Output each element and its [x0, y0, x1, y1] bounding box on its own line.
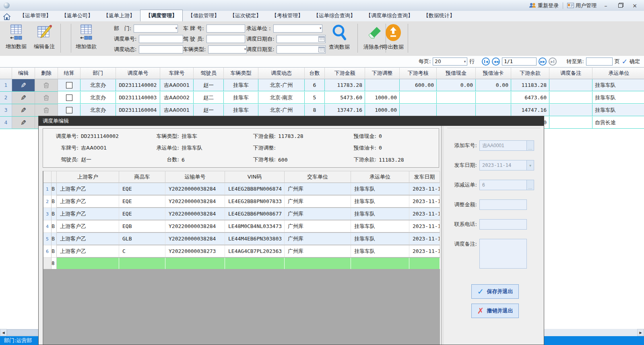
- depart-date-input[interactable]: [479, 160, 527, 170]
- delete-button[interactable]: [35, 92, 58, 104]
- scroll-left-button[interactable]: ◀: [0, 329, 7, 336]
- header-blank: [0, 67, 12, 79]
- minimize-button[interactable]: –: [601, 2, 611, 9]
- table-row: 2 ✎ 北京办 DD2311140003 吉AA0002 赵二 挂靠车 北京-南…: [0, 92, 644, 104]
- add-vehicle-input[interactable]: [479, 140, 527, 151]
- dispatch-note-textarea[interactable]: [479, 239, 527, 269]
- next-page-button[interactable]: ▶▶: [539, 58, 547, 66]
- add-data-button[interactable]: 增加数据: [3, 25, 29, 50]
- tab-return-company[interactable]: 【返单公司】: [56, 10, 98, 21]
- subcell-customer: 上游客户乙: [57, 233, 119, 245]
- edit-button[interactable]: ✎: [12, 92, 35, 104]
- dept-filter-select[interactable]: ▾: [134, 25, 178, 33]
- query-data-button[interactable]: 查询数据: [326, 24, 353, 51]
- edit-button[interactable]: ✎: [12, 117, 35, 129]
- cross-icon: ✗: [477, 306, 484, 316]
- export-data-button[interactable]: 导出数据: [380, 24, 407, 51]
- summary-cell: [409, 258, 440, 269]
- dispatch-status-filter-input[interactable]: [139, 45, 183, 53]
- restore-button[interactable]: [615, 2, 625, 9]
- page-indicator-input[interactable]: [502, 58, 537, 66]
- date-from-filter-input[interactable]: [277, 35, 326, 43]
- confirm-button[interactable]: 确定: [630, 58, 640, 65]
- user-management-button[interactable]: 用户管理: [567, 2, 597, 9]
- dropdown-icon: ▾: [175, 26, 178, 30]
- tab-return-upstream[interactable]: 【返单上游】: [98, 10, 140, 21]
- dropdown-button[interactable]: ▾: [527, 160, 534, 170]
- settle-checkbox[interactable]: [66, 82, 72, 88]
- tab-dispatch-query[interactable]: 【调度单综合查询】: [361, 10, 418, 21]
- carrier-filter-select[interactable]: ▾: [273, 25, 322, 33]
- edit-button[interactable]: ✎: [12, 79, 35, 92]
- vehicle-type-filter-select[interactable]: ▾: [208, 45, 247, 53]
- adjust-waybill-input[interactable]: [479, 180, 527, 190]
- cell-vehicle-type: 挂靠车: [224, 92, 258, 104]
- cell-amount: 13747.16: [325, 104, 365, 116]
- row-number: 1: [0, 79, 12, 92]
- date-to-filter-input[interactable]: [277, 45, 326, 53]
- add-loan-button[interactable]: 增加借款: [73, 25, 99, 50]
- relogin-label: 重新登录: [538, 2, 559, 9]
- scroll-right-button[interactable]: ▶: [637, 329, 644, 336]
- status-dept-label: 部门:运营部: [4, 337, 32, 344]
- trash-icon: [43, 82, 49, 88]
- plate-filter-input[interactable]: [206, 25, 245, 33]
- dropdown-icon: ▾: [464, 60, 466, 64]
- edit-note-button[interactable]: 编辑备注: [31, 25, 57, 50]
- summary-cell: [165, 258, 225, 269]
- driver-filter-input[interactable]: [206, 35, 245, 43]
- subcell-delivery: 广州库: [285, 208, 351, 220]
- contact-phone-input[interactable]: [479, 219, 527, 230]
- tab-waybill-query[interactable]: 【运单综合查询】: [308, 10, 361, 21]
- header-delete: 删除: [35, 67, 58, 79]
- save-exit-button[interactable]: ✓ 保存并退出: [471, 284, 519, 299]
- subcell-model: EQB: [119, 220, 165, 232]
- plate-filter-label: 车 牌 号:: [183, 25, 204, 32]
- cell-driver: 赵一: [194, 79, 224, 91]
- subrow-number: 3: [43, 208, 52, 220]
- cell-oil: [476, 92, 511, 104]
- subheader-carrier: 承运单位: [351, 171, 409, 183]
- tab-assessment-mgmt[interactable]: 【考核管理】: [266, 10, 308, 21]
- cancel-exit-button[interactable]: ✗ 撤销并退出: [471, 304, 519, 318]
- settle-checkbox[interactable]: [66, 107, 72, 113]
- last-page-button[interactable]: ▶: [549, 58, 557, 66]
- contact-phone-label: 联系电话:: [444, 221, 477, 228]
- delete-button[interactable]: [35, 104, 58, 117]
- edit-button[interactable]: ✎: [12, 104, 35, 117]
- goto-label: 转至第:: [566, 58, 584, 65]
- tab-loan-mgmt[interactable]: 【借款管理】: [183, 10, 225, 21]
- header-balance: 下游余款: [511, 67, 549, 79]
- home-icon[interactable]: [2, 12, 12, 21]
- tab-data-statistics[interactable]: 【数据统计】: [418, 10, 460, 21]
- ellipsis-button[interactable]: …: [527, 180, 534, 190]
- settle-checkbox[interactable]: [66, 94, 72, 101]
- per-page-select[interactable]: 20 ▾: [433, 58, 467, 66]
- dispatch-info-panel: 调度单号:DD2311140002 车辆类型:挂靠车 下游金额:11783.28…: [43, 128, 439, 168]
- tab-dispatch-mgmt[interactable]: 【调度管理】: [140, 10, 183, 21]
- dispatch-no-filter-input[interactable]: [139, 35, 183, 43]
- adjust-amount-input[interactable]: [479, 199, 527, 210]
- tab-trip-lock[interactable]: 【运次锁定】: [225, 10, 266, 21]
- prev-page-button[interactable]: ◀◀: [492, 58, 500, 66]
- subcell-date: 2023-11-14: [409, 245, 440, 257]
- relogin-button[interactable]: 重新登录: [529, 2, 559, 9]
- row-number: 3: [0, 104, 12, 117]
- header-dispatch-no: 调度单号: [116, 67, 160, 79]
- cell-note: [549, 104, 592, 116]
- goto-page-input[interactable]: [586, 58, 613, 66]
- ellipsis-button[interactable]: …: [527, 140, 534, 151]
- cell-dispatch-no: DD2311160004: [116, 104, 160, 116]
- first-page-button[interactable]: ◀: [482, 58, 490, 66]
- subtable-summary-row: 8: [43, 258, 440, 269]
- dialog-title-bar: 调度单编辑: [39, 116, 544, 126]
- delete-button[interactable]: [35, 79, 58, 92]
- search-icon: [330, 24, 348, 42]
- cell-route: 北京-广州: [258, 104, 305, 116]
- cell-units: 8: [305, 104, 325, 116]
- cancel-exit-label: 撤销并退出: [487, 307, 513, 314]
- tab-waybill-mgmt[interactable]: 【运单管理】: [14, 10, 56, 21]
- close-button[interactable]: ×: [630, 2, 640, 9]
- header-adjust: 下游调整: [365, 67, 400, 79]
- first-page-icon: [484, 60, 485, 63]
